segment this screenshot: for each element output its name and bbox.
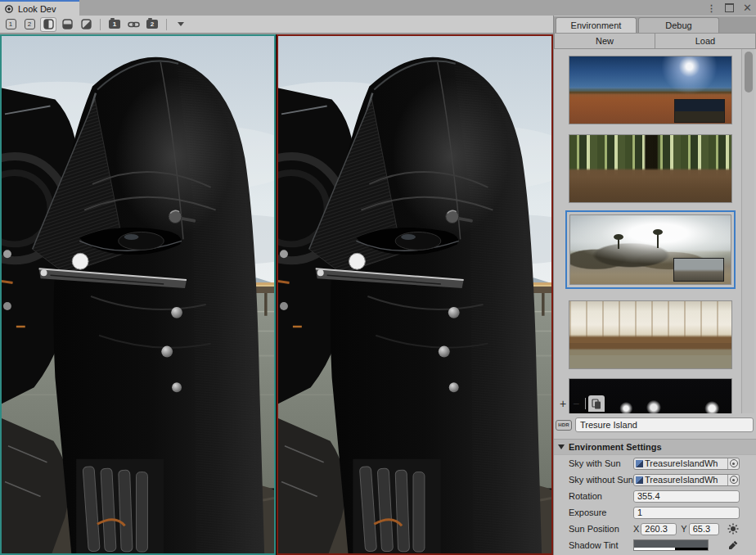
library-scrollbar-thumb[interactable] (745, 52, 753, 92)
env-actions: New Load (554, 33, 756, 49)
sky-without-sun-label: Sky without Sun (554, 475, 633, 485)
panel-tab-bar: Environment Debug (554, 16, 756, 33)
hdri-selection-frame (565, 210, 736, 289)
eyedropper-icon (728, 540, 738, 550)
add-environment-button[interactable]: + (556, 396, 569, 411)
toolbar-separator (100, 19, 101, 30)
load-button[interactable]: Load (655, 33, 756, 49)
hdri-thumbnail-desert[interactable] (569, 56, 732, 124)
exposure-label: Exposure (554, 508, 633, 517)
environment-settings-foldout[interactable]: Environment Settings (554, 439, 756, 455)
duplicate-environment-button[interactable] (588, 395, 605, 412)
sun-position-label: Sun Position (554, 524, 633, 534)
shadow-tint-label: Shadow Tint (554, 540, 633, 550)
split-vertical-icon (43, 19, 54, 29)
sun-y-label: Y (681, 524, 686, 534)
object-picker-icon (730, 476, 738, 484)
hdri-shadow-inset (674, 99, 725, 123)
foldout-arrow-icon (558, 444, 565, 449)
hdr-badge: HDR (556, 420, 572, 431)
sun-x-label: X (633, 524, 639, 534)
camera-1-button[interactable]: 1 (106, 17, 123, 32)
tab-environment[interactable]: Environment (556, 17, 637, 33)
view-1-icon: 1 (6, 19, 16, 29)
exposure-input[interactable]: 1 (633, 507, 740, 519)
sky-with-sun-row: Sky with Sun TreasureIslandWh (554, 455, 756, 472)
split-diagonal-icon (81, 19, 92, 29)
camera-2-icon: 2 (146, 20, 158, 29)
split-horizontal-icon (62, 19, 73, 29)
sky-with-sun-label: Sky with Sun (554, 458, 633, 468)
hdri-shadow-inset (673, 258, 724, 282)
render-view-2[interactable] (277, 34, 553, 555)
object-picker-button[interactable] (727, 458, 739, 469)
toolbar-dropdown-button[interactable] (173, 17, 189, 32)
set-sun-position-button[interactable] (727, 522, 740, 535)
tab-debug[interactable]: Debug (638, 17, 719, 33)
title-bar: Look Dev ⋮ ✕ (0, 0, 756, 16)
library-toolbar: + − (556, 395, 605, 412)
alpha-bar (634, 548, 675, 550)
rotation-row: Rotation 355.4 (554, 488, 756, 504)
remove-environment-button[interactable]: − (569, 396, 583, 411)
camera-2-button[interactable]: 2 (144, 17, 160, 32)
alpha-bar-remainder (675, 548, 709, 550)
maximize-icon[interactable] (725, 3, 734, 12)
view-single-2-button[interactable]: 2 (21, 17, 38, 32)
duplicate-icon (592, 399, 601, 409)
eyedropper-button[interactable] (727, 539, 740, 552)
cubemap-texture-icon (636, 476, 643, 484)
toolbar-separator (166, 19, 167, 30)
hdr-name-row: HDR Tresure Island (556, 417, 754, 433)
link-cameras-button[interactable] (125, 17, 142, 32)
view-single-1-button[interactable]: 1 (2, 17, 19, 32)
object-picker-button[interactable] (727, 475, 739, 485)
settings-header-label: Environment Settings (569, 442, 662, 452)
environment-panel: Environment Debug New Load (553, 16, 756, 555)
new-button[interactable]: New (554, 33, 655, 49)
link-icon (128, 20, 140, 29)
render-viewport (0, 34, 553, 555)
hdri-thumbnail-island[interactable] (569, 214, 731, 285)
render-view-1[interactable] (0, 34, 276, 555)
view-split-diagonal-button[interactable] (78, 17, 94, 32)
rotation-input[interactable]: 355.4 (633, 490, 740, 503)
hdri-thumbnail-church[interactable] (569, 300, 732, 369)
palm-tree-icon (657, 233, 659, 248)
chevron-down-icon (178, 22, 184, 26)
shadow-tint-color-swatch[interactable] (633, 539, 709, 551)
hdri-thumbnail-forest[interactable] (569, 134, 732, 203)
look-dev-window: Look Dev ⋮ ✕ 1 2 (0, 0, 756, 555)
look-dev-tab[interactable]: Look Dev (0, 0, 79, 16)
window-menu-icon[interactable]: ⋮ (707, 4, 716, 12)
object-picker-icon (730, 459, 738, 467)
exposure-row: Exposure 1 (554, 504, 756, 521)
shadow-tint-row: Shadow Tint (554, 537, 756, 553)
look-dev-eye-icon (4, 5, 15, 13)
hdri-library-list (554, 49, 756, 413)
sky-without-sun-object-field[interactable]: TreasureIslandWh (633, 474, 740, 486)
sky-with-sun-object-field[interactable]: TreasureIslandWh (633, 458, 740, 470)
palm-tree-icon (618, 238, 619, 249)
library-scrollbar-track[interactable] (741, 49, 754, 413)
sun-x-input[interactable]: 260.3 (641, 523, 677, 535)
sky-without-sun-row: Sky without Sun TreasureIslandWh (554, 472, 756, 488)
view-2-icon: 2 (25, 19, 35, 29)
view-split-horizontal-button[interactable] (59, 17, 75, 32)
sun-icon (727, 523, 739, 535)
environment-name-input[interactable]: Tresure Island (575, 417, 754, 432)
close-icon[interactable]: ✕ (743, 2, 752, 13)
cubemap-texture-icon (636, 460, 643, 467)
window-title: Look Dev (18, 4, 56, 14)
library-toolbar-separator (585, 398, 586, 409)
environment-settings: Environment Settings Sky with Sun Treasu… (554, 439, 756, 553)
sun-y-input[interactable]: 65.3 (689, 523, 719, 535)
camera-1-icon: 1 (109, 20, 120, 29)
view-side-by-side-button[interactable] (40, 17, 56, 32)
rotation-label: Rotation (554, 491, 633, 501)
sun-position-row: Sun Position X 260.3 Y 65.3 (554, 521, 756, 537)
